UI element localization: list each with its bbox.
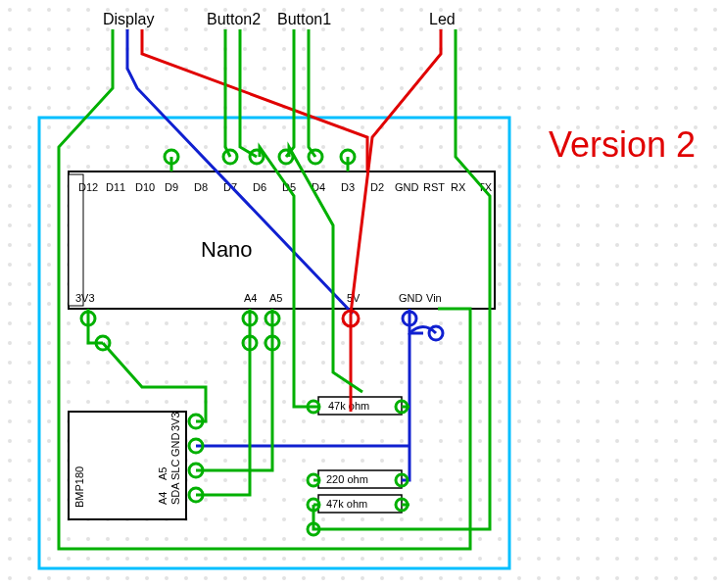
svg-text:Vin: Vin <box>426 292 442 304</box>
svg-text:SLC: SLC <box>169 460 181 480</box>
svg-text:D12: D12 <box>78 181 98 193</box>
svg-text:D2: D2 <box>370 181 384 193</box>
version-title: Version 2 <box>549 124 696 165</box>
label-led: Led <box>429 11 456 27</box>
svg-text:D3: D3 <box>341 181 355 193</box>
schematic-canvas: Display Button2 Button1 Led Version 2 Na… <box>0 0 722 588</box>
svg-text:SDA: SDA <box>169 482 181 505</box>
bmp180-name: BMP180 <box>73 466 85 508</box>
svg-text:RX: RX <box>451 181 466 193</box>
svg-text:A5: A5 <box>269 292 282 304</box>
svg-text:D8: D8 <box>194 181 208 193</box>
svg-text:GND: GND <box>169 433 181 458</box>
svg-text:3V3: 3V3 <box>75 292 95 304</box>
svg-text:3V3: 3V3 <box>169 412 181 431</box>
svg-text:RST: RST <box>423 181 445 193</box>
svg-text:GND: GND <box>399 292 423 304</box>
svg-rect-24 <box>69 412 186 519</box>
svg-text:A5: A5 <box>157 467 168 480</box>
svg-rect-2 <box>69 174 83 306</box>
svg-text:D6: D6 <box>253 181 266 193</box>
label-button1: Button1 <box>277 11 331 27</box>
svg-text:D11: D11 <box>106 181 125 193</box>
svg-text:D9: D9 <box>165 181 178 193</box>
label-button2: Button2 <box>207 11 261 27</box>
svg-text:GND: GND <box>395 181 419 193</box>
svg-text:D10: D10 <box>135 181 155 193</box>
resistor-r3-label: 47k ohm <box>326 498 367 510</box>
bmp180-module: BMP180 3V3 GND SLC SDA A5 A4 <box>69 412 186 519</box>
nano-name: Nano <box>201 237 253 262</box>
label-display: Display <box>103 11 154 27</box>
svg-text:A4: A4 <box>157 492 168 505</box>
resistor-r1-label: 47k ohm <box>328 400 369 412</box>
resistor-r2-label: 220 ohm <box>326 473 368 485</box>
svg-text:A4: A4 <box>244 292 257 304</box>
